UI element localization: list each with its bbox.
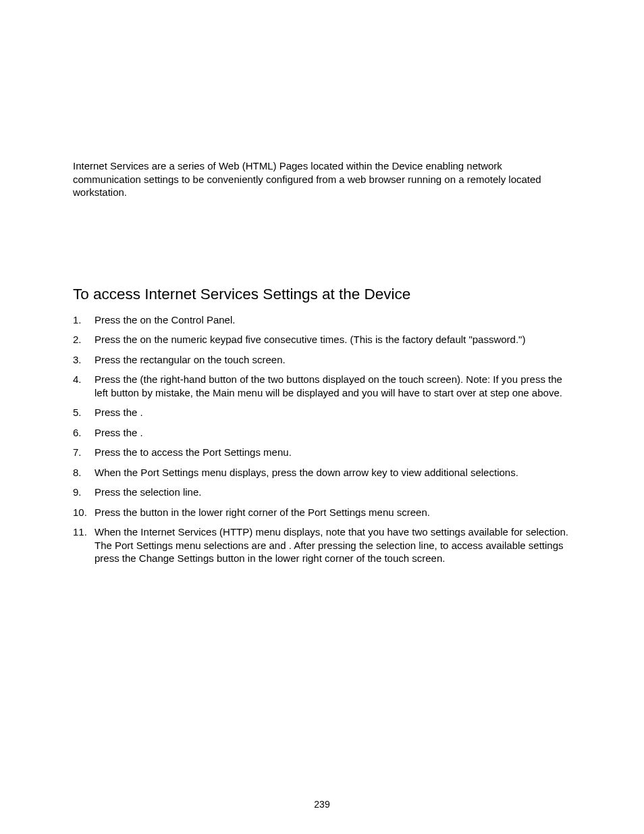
section-heading: To access Internet Services Settings at … — [73, 286, 571, 303]
page-number: 239 — [0, 799, 644, 810]
list-item: Press the button in the lower right corn… — [73, 506, 571, 519]
list-item: Press the . — [73, 406, 571, 419]
list-item: Press the (the right-hand button of the … — [73, 373, 571, 399]
list-item: Press the to access the Port Settings me… — [73, 446, 571, 459]
list-item: Press the on the numeric keypad five con… — [73, 333, 571, 346]
list-item: Press the selection line. — [73, 486, 571, 499]
intro-paragraph: Internet Services are a series of Web (H… — [73, 159, 571, 199]
list-item: When the Internet Services (HTTP) menu d… — [73, 525, 571, 565]
steps-list: Press the on the Control Panel. Press th… — [73, 313, 571, 565]
list-item: Press the on the Control Panel. — [73, 313, 571, 327]
list-item: When the Port Settings menu displays, pr… — [73, 466, 571, 479]
list-item: Press the . — [73, 426, 571, 440]
list-item: Press the rectangular on the touch scree… — [73, 353, 571, 367]
